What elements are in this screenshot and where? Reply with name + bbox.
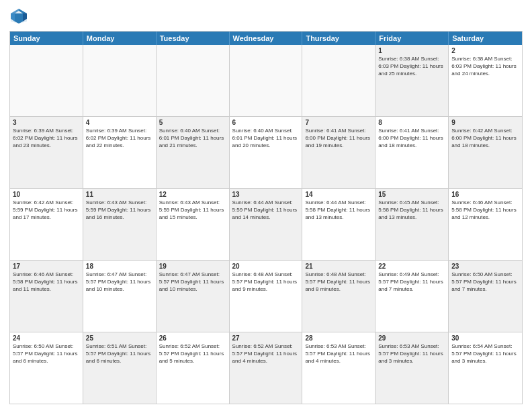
cell-info: Sunrise: 6:49 AM Sunset: 5:57 PM Dayligh… xyxy=(378,271,445,293)
cell-info: Sunrise: 6:43 AM Sunset: 5:59 PM Dayligh… xyxy=(86,199,153,221)
calendar-cell xyxy=(83,45,157,116)
day-number: 29 xyxy=(378,334,445,342)
calendar-header-cell: Monday xyxy=(83,32,157,45)
cell-info: Sunrise: 6:47 AM Sunset: 5:57 PM Dayligh… xyxy=(86,271,153,293)
day-number: 11 xyxy=(86,191,153,198)
calendar-cell: 15Sunrise: 6:45 AM Sunset: 5:58 PM Dayli… xyxy=(375,189,449,260)
cell-info: Sunrise: 6:52 AM Sunset: 5:57 PM Dayligh… xyxy=(159,343,226,365)
cell-info: Sunrise: 6:42 AM Sunset: 5:59 PM Dayligh… xyxy=(13,199,80,221)
calendar-cell: 20Sunrise: 6:48 AM Sunset: 5:57 PM Dayli… xyxy=(230,261,303,332)
day-number: 22 xyxy=(378,263,445,270)
calendar-cell: 13Sunrise: 6:44 AM Sunset: 5:59 PM Dayli… xyxy=(230,189,303,260)
day-number: 20 xyxy=(232,263,300,270)
calendar-row: 3Sunrise: 6:39 AM Sunset: 6:02 PM Daylig… xyxy=(10,116,522,188)
cell-info: Sunrise: 6:41 AM Sunset: 6:00 PM Dayligh… xyxy=(378,128,445,149)
day-number: 24 xyxy=(13,334,80,342)
calendar-cell: 5Sunrise: 6:40 AM Sunset: 6:01 PM Daylig… xyxy=(157,117,230,188)
calendar-header-cell: Wednesday xyxy=(230,32,303,45)
calendar-cell: 7Sunrise: 6:41 AM Sunset: 6:00 PM Daylig… xyxy=(302,117,375,188)
calendar-cell: 17Sunrise: 6:46 AM Sunset: 5:58 PM Dayli… xyxy=(10,261,83,332)
calendar-cell: 30Sunrise: 6:54 AM Sunset: 5:57 PM Dayli… xyxy=(449,332,522,404)
calendar-cell: 2Sunrise: 6:38 AM Sunset: 6:03 PM Daylig… xyxy=(449,45,522,116)
cell-info: Sunrise: 6:39 AM Sunset: 6:02 PM Dayligh… xyxy=(13,128,80,149)
calendar-cell: 4Sunrise: 6:39 AM Sunset: 6:02 PM Daylig… xyxy=(83,117,157,188)
calendar-row: 17Sunrise: 6:46 AM Sunset: 5:58 PM Dayli… xyxy=(10,260,522,332)
cell-info: Sunrise: 6:50 AM Sunset: 5:57 PM Dayligh… xyxy=(13,343,80,365)
cell-info: Sunrise: 6:43 AM Sunset: 5:59 PM Dayligh… xyxy=(159,199,226,221)
cell-info: Sunrise: 6:40 AM Sunset: 6:01 PM Dayligh… xyxy=(232,128,300,149)
cell-info: Sunrise: 6:53 AM Sunset: 5:57 PM Dayligh… xyxy=(378,343,445,365)
day-number: 4 xyxy=(86,119,153,126)
calendar-cell: 26Sunrise: 6:52 AM Sunset: 5:57 PM Dayli… xyxy=(157,332,230,404)
calendar-header-cell: Friday xyxy=(375,32,449,45)
calendar-row: 10Sunrise: 6:42 AM Sunset: 5:59 PM Dayli… xyxy=(10,188,522,260)
calendar-cell: 27Sunrise: 6:52 AM Sunset: 5:57 PM Dayli… xyxy=(230,332,303,404)
cell-info: Sunrise: 6:47 AM Sunset: 5:57 PM Dayligh… xyxy=(159,271,226,293)
day-number: 19 xyxy=(159,263,226,270)
day-number: 2 xyxy=(451,47,519,54)
logo xyxy=(9,7,31,26)
day-number: 12 xyxy=(159,191,226,198)
calendar-cell: 10Sunrise: 6:42 AM Sunset: 5:59 PM Dayli… xyxy=(10,189,83,260)
calendar-cell: 21Sunrise: 6:48 AM Sunset: 5:57 PM Dayli… xyxy=(302,261,375,332)
calendar-cell: 29Sunrise: 6:53 AM Sunset: 5:57 PM Dayli… xyxy=(375,332,449,404)
cell-info: Sunrise: 6:41 AM Sunset: 6:00 PM Dayligh… xyxy=(305,128,372,149)
day-number: 30 xyxy=(451,334,519,342)
cell-info: Sunrise: 6:54 AM Sunset: 5:57 PM Dayligh… xyxy=(451,343,519,365)
day-number: 23 xyxy=(451,263,519,270)
calendar-cell: 8Sunrise: 6:41 AM Sunset: 6:00 PM Daylig… xyxy=(375,117,449,188)
day-number: 1 xyxy=(378,47,445,54)
calendar-cell: 14Sunrise: 6:44 AM Sunset: 5:58 PM Dayli… xyxy=(302,189,375,260)
calendar-cell xyxy=(230,45,303,116)
day-number: 5 xyxy=(159,119,226,126)
cell-info: Sunrise: 6:44 AM Sunset: 5:59 PM Dayligh… xyxy=(232,199,300,221)
cell-info: Sunrise: 6:39 AM Sunset: 6:02 PM Dayligh… xyxy=(86,128,153,149)
calendar-cell: 6Sunrise: 6:40 AM Sunset: 6:01 PM Daylig… xyxy=(230,117,303,188)
svg-marker-5 xyxy=(15,13,23,24)
calendar-cell: 12Sunrise: 6:43 AM Sunset: 5:59 PM Dayli… xyxy=(157,189,230,260)
calendar-row: 24Sunrise: 6:50 AM Sunset: 5:57 PM Dayli… xyxy=(10,332,522,404)
day-number: 25 xyxy=(86,334,153,342)
day-number: 28 xyxy=(305,334,372,342)
calendar-cell: 16Sunrise: 6:46 AM Sunset: 5:58 PM Dayli… xyxy=(449,189,522,260)
calendar-cell: 18Sunrise: 6:47 AM Sunset: 5:57 PM Dayli… xyxy=(83,261,157,332)
cell-info: Sunrise: 6:38 AM Sunset: 6:03 PM Dayligh… xyxy=(451,56,519,77)
day-number: 13 xyxy=(232,191,300,198)
calendar-header-row: SundayMondayTuesdayWednesdayThursdayFrid… xyxy=(10,32,522,45)
day-number: 10 xyxy=(13,191,80,198)
calendar-header-cell: Sunday xyxy=(10,32,83,45)
day-number: 16 xyxy=(451,191,519,198)
day-number: 18 xyxy=(86,263,153,270)
calendar-cell: 22Sunrise: 6:49 AM Sunset: 5:57 PM Dayli… xyxy=(375,261,449,332)
day-number: 6 xyxy=(232,119,300,126)
calendar-cell xyxy=(10,45,83,116)
cell-info: Sunrise: 6:42 AM Sunset: 6:00 PM Dayligh… xyxy=(451,128,519,149)
calendar-cell: 9Sunrise: 6:42 AM Sunset: 6:00 PM Daylig… xyxy=(449,117,522,188)
day-number: 7 xyxy=(305,119,372,126)
cell-info: Sunrise: 6:45 AM Sunset: 5:58 PM Dayligh… xyxy=(378,199,445,221)
cell-info: Sunrise: 6:48 AM Sunset: 5:57 PM Dayligh… xyxy=(232,271,300,293)
day-number: 27 xyxy=(232,334,300,342)
calendar-header-cell: Saturday xyxy=(449,32,522,45)
calendar: SundayMondayTuesdayWednesdayThursdayFrid… xyxy=(9,31,523,404)
logo-icon xyxy=(9,7,28,26)
calendar-cell: 24Sunrise: 6:50 AM Sunset: 5:57 PM Dayli… xyxy=(10,332,83,404)
calendar-body: 1Sunrise: 6:38 AM Sunset: 6:03 PM Daylig… xyxy=(10,45,522,404)
calendar-row: 1Sunrise: 6:38 AM Sunset: 6:03 PM Daylig… xyxy=(10,45,522,116)
calendar-cell: 11Sunrise: 6:43 AM Sunset: 5:59 PM Dayli… xyxy=(83,189,157,260)
day-number: 21 xyxy=(305,263,372,270)
calendar-cell: 1Sunrise: 6:38 AM Sunset: 6:03 PM Daylig… xyxy=(375,45,449,116)
calendar-header-cell: Thursday xyxy=(302,32,375,45)
cell-info: Sunrise: 6:46 AM Sunset: 5:58 PM Dayligh… xyxy=(451,199,519,221)
cell-info: Sunrise: 6:38 AM Sunset: 6:03 PM Dayligh… xyxy=(378,56,445,77)
cell-info: Sunrise: 6:51 AM Sunset: 5:57 PM Dayligh… xyxy=(86,343,153,365)
header xyxy=(9,7,523,26)
calendar-cell: 25Sunrise: 6:51 AM Sunset: 5:57 PM Dayli… xyxy=(83,332,157,404)
day-number: 3 xyxy=(13,119,80,126)
day-number: 14 xyxy=(305,191,372,198)
cell-info: Sunrise: 6:40 AM Sunset: 6:01 PM Dayligh… xyxy=(159,128,226,149)
calendar-cell: 19Sunrise: 6:47 AM Sunset: 5:57 PM Dayli… xyxy=(157,261,230,332)
day-number: 26 xyxy=(159,334,226,342)
day-number: 8 xyxy=(378,119,445,126)
cell-info: Sunrise: 6:48 AM Sunset: 5:57 PM Dayligh… xyxy=(305,271,372,293)
